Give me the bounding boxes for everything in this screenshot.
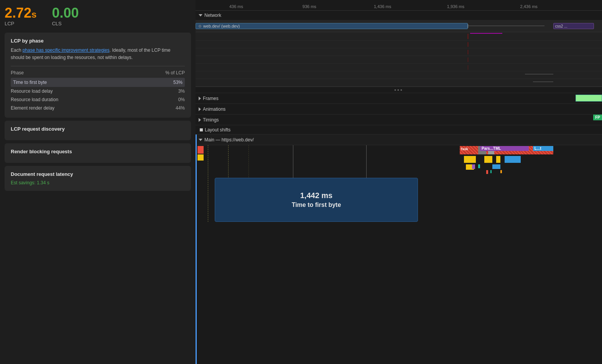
net-row-8 xyxy=(196,79,602,87)
ms-marker-1436: 1,436 ms xyxy=(374,4,391,9)
red-marker3 xyxy=(468,50,468,54)
frames-content xyxy=(272,93,602,103)
lt-label: L...t xyxy=(533,146,553,151)
yellow-block-3 xyxy=(496,156,500,163)
red-marker2 xyxy=(468,42,468,47)
teal-block-1 xyxy=(478,164,480,168)
savings-text: Est savings: 1.34 s xyxy=(11,180,185,185)
network-request-row: ⚙ web.dev/ (web.dev) css2 ... xyxy=(196,20,602,32)
lcp-request-discovery-title: LCP request discovery xyxy=(11,126,185,132)
timings-text: Timings xyxy=(203,117,219,123)
frames-text: Frames xyxy=(203,96,219,101)
tooltip-box: 1,442 ms Time to first byte xyxy=(215,178,418,222)
red-marker4 xyxy=(468,57,468,62)
render-blocking-card[interactable]: Render blocking requests xyxy=(5,143,191,163)
phase-row-ttfb: Time to first byte 53% xyxy=(11,78,185,87)
lcp-request-discovery-card[interactable]: LCP request discovery xyxy=(5,121,191,140)
timeline-header: 436 ms 936 ms 1,436 ms 1,936 ms 2,436 ms xyxy=(196,0,602,11)
ms-marker-1936: 1,936 ms xyxy=(447,4,464,9)
network-section-header[interactable]: Network xyxy=(196,11,602,20)
right-connector xyxy=(525,74,553,74)
network-section: Network ⚙ web.dev/ (web.dev) css2 ... xyxy=(196,11,602,87)
metrics-row: 2.72s LCP 0.00 CLS xyxy=(5,6,191,26)
animations-text: Animations xyxy=(203,107,225,112)
main-track-content: Task Task Pars...TML L...t xyxy=(196,145,602,222)
timings-triangle-icon[interactable] xyxy=(199,118,201,122)
orange-small-1 xyxy=(500,170,502,173)
layout-shifts-row[interactable]: Layout shifts xyxy=(196,125,602,134)
tooltip-label-text: Time to first byte xyxy=(292,202,341,208)
lcp-by-phase-card: LCP by phase Each phase has specific imp… xyxy=(5,33,191,118)
phase-name-rld: Resource load delay xyxy=(11,89,53,94)
blue-block-1 xyxy=(505,156,521,163)
animations-row[interactable]: Animations xyxy=(196,104,602,115)
timings-content: FP xyxy=(272,115,602,125)
lcp-value: 2.72s xyxy=(5,6,36,20)
frames-block xyxy=(576,95,602,102)
lcp-number: 2.72 xyxy=(5,5,31,21)
phase-pct-rldur: 0% xyxy=(178,97,185,102)
fp-label: FP xyxy=(593,115,602,120)
phase-table-header: Phase % of LCP xyxy=(11,70,185,75)
frames-row[interactable]: Frames xyxy=(196,93,602,104)
purple-bar xyxy=(470,33,503,34)
pct-col-header: % of LCP xyxy=(165,70,185,75)
net-row-5 xyxy=(196,56,602,64)
net-row-3 xyxy=(196,41,602,48)
document-request-card[interactable]: Document request latency Est savings: 1.… xyxy=(5,166,191,191)
css-label: css2 ... xyxy=(555,24,567,28)
phase-pct-rld: 3% xyxy=(178,89,185,94)
connector-line xyxy=(468,26,544,26)
main-triangle-icon[interactable] xyxy=(199,139,202,141)
red-small-1 xyxy=(486,170,488,174)
network-triangle-icon[interactable] xyxy=(199,14,202,16)
red-marker5 xyxy=(468,65,468,70)
purple-block-1 xyxy=(472,164,475,169)
dots-text: ••• xyxy=(394,87,403,93)
main-request-bar: ⚙ web.dev/ (web.dev) xyxy=(196,23,468,29)
main-label: Main — https://web.dev/ xyxy=(204,137,254,143)
lcp-by-phase-title: LCP by phase xyxy=(11,38,185,44)
phase-row-erd: Element render delay 44% xyxy=(11,104,185,112)
phase-name-ttfb: Time to first byte xyxy=(13,80,47,85)
desc-before-link: Each xyxy=(11,48,23,53)
cls-metric: 0.00 CLS xyxy=(52,6,79,26)
layout-shifts-label: Layout shifts xyxy=(205,127,230,133)
ms-marker-2436: 2,436 ms xyxy=(520,4,538,9)
phase-pct-erd: 44% xyxy=(176,105,185,111)
lcp-metric: 2.72s LCP xyxy=(5,6,36,26)
teal-small-1 xyxy=(490,170,492,173)
timings-row[interactable]: Timings FP xyxy=(196,115,602,125)
animations-content xyxy=(272,104,602,114)
ms-marker-936: 936 ms xyxy=(303,4,316,9)
phase-col-header: Phase xyxy=(11,70,24,75)
frames-triangle-icon[interactable] xyxy=(199,97,201,100)
phase-pct-ttfb: 53% xyxy=(173,80,183,85)
ms-marker-436: 436 ms xyxy=(229,4,243,9)
gear-icon: ⚙ xyxy=(198,24,202,28)
right-connector2 xyxy=(533,82,553,82)
document-request-title: Document request latency xyxy=(11,171,185,177)
render-blocking-title: Render blocking requests xyxy=(11,149,185,154)
layout-shifts-icon xyxy=(200,128,203,131)
net-row-6 xyxy=(196,64,602,71)
improvement-strategies-link[interactable]: phase has specific improvement strategie… xyxy=(23,48,110,53)
red-block-left xyxy=(197,146,204,154)
blue-block-2 xyxy=(492,164,500,169)
frames-label: Frames xyxy=(196,96,272,101)
connector-cap xyxy=(468,24,468,28)
lcp-unit: s xyxy=(31,9,36,20)
request-label: web.dev/ (web.dev) xyxy=(203,24,240,28)
tooltip-ms-value: 1,442 ms xyxy=(300,191,333,200)
cls-label: CLS xyxy=(52,21,79,26)
animations-label: Animations xyxy=(196,107,272,112)
network-label: Network xyxy=(204,13,221,18)
net-row-4 xyxy=(196,48,602,56)
phase-table: Phase % of LCP Time to first byte 53% Re… xyxy=(11,70,185,112)
divider xyxy=(11,66,185,66)
phase-name-erd: Element render delay xyxy=(11,105,54,111)
net-row-7 xyxy=(196,71,602,79)
phase-row-rldur: Resource load duration 0% xyxy=(11,95,185,104)
animations-triangle-icon[interactable] xyxy=(199,107,201,111)
yellow-block-2 xyxy=(484,156,492,163)
